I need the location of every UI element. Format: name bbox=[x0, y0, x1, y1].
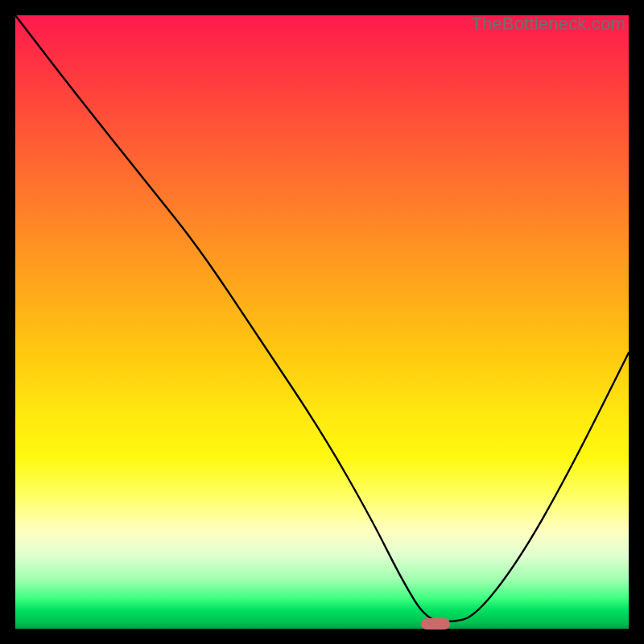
plot-area: TheBottleneck.com bbox=[15, 15, 629, 629]
optimum-marker bbox=[421, 618, 450, 630]
bottleneck-curve-path bbox=[15, 15, 629, 621]
curve-svg bbox=[15, 15, 629, 629]
chart-frame: TheBottleneck.com bbox=[0, 0, 644, 644]
